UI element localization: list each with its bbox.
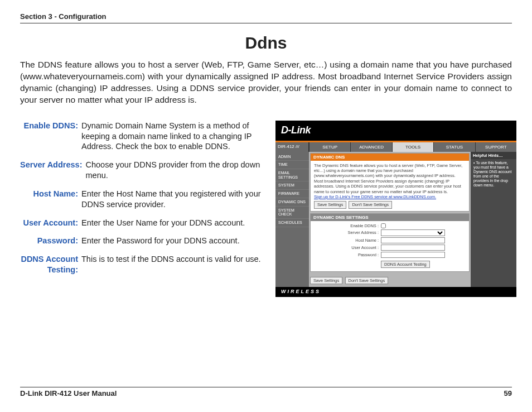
def-label: DDNS Account Testing: [20, 254, 81, 275]
def-text: Enter the Host Name that you registered … [81, 189, 265, 210]
panel-ddns-title: DYNAMIC DNS [311, 154, 469, 161]
test-button[interactable]: DDNS Account Testing [381, 261, 430, 268]
side-email[interactable]: EMAIL SETTINGS [275, 169, 309, 181]
def-text: Dynamic Domain Name System is a method o… [81, 121, 265, 152]
row-user-account: User Account : [314, 245, 466, 251]
hints-title: Helpful Hints… [471, 152, 516, 159]
definitions-column: Enable DDNS: Dynamic Domain Name System … [20, 121, 265, 298]
dlink-logo: D-Link [281, 124, 311, 136]
tab-status[interactable]: STATUS [433, 142, 475, 152]
tab-tools[interactable]: TOOLS [392, 142, 433, 152]
def-text: This is to test if the DDNS account is v… [81, 254, 265, 275]
signup-link[interactable]: Sign up for D-Link's Free DDNS service a… [314, 194, 466, 199]
tab-setup[interactable]: SETUP [309, 142, 350, 152]
save-button[interactable]: Save Settings [314, 201, 346, 208]
host-name-input[interactable] [381, 237, 445, 243]
tab-row: DIR-412 /// SETUP ADVANCED TOOLS STATUS … [275, 142, 516, 152]
def-ddns-testing: DDNS Account Testing: This is to test if… [20, 254, 265, 275]
router-footer: WIRELESS [275, 287, 516, 297]
def-server-address: Server Address: Choose your DDNS provide… [20, 160, 265, 181]
footer-page: 59 [504, 389, 512, 397]
tab-support[interactable]: SUPPORT [475, 142, 516, 152]
save-button-bottom[interactable]: Save Settings [310, 277, 342, 284]
def-label: Server Address: [20, 160, 86, 181]
def-user-account: User Account: Enter the User Name for yo… [20, 218, 265, 228]
hints-text: • To use this feature, you must first ha… [471, 159, 516, 190]
side-menu: ADMIN TIME EMAIL SETTINGS SYSTEM FIRMWAR… [275, 152, 309, 288]
label-enable-ddns: Enable DDNS : [314, 223, 381, 228]
footer-manual: D-Link DIR-412 User Manual [20, 389, 117, 397]
side-syscheck[interactable]: SYSTEM CHECK [275, 207, 309, 219]
panel-ddns-info: DYNAMIC DNS The Dynamic DNS feature allo… [310, 153, 470, 212]
panel-ddns-settings: DYNAMIC DNS SETTINGS Enable DDNS : Serve… [310, 213, 470, 272]
row-host-name: Host Name : [314, 237, 466, 243]
hints-panel: Helpful Hints… • To use this feature, yo… [471, 152, 516, 288]
user-account-input[interactable] [381, 245, 445, 251]
panel-ddns-text: The Dynamic DNS feature allows you to ho… [314, 163, 466, 194]
label-server-address: Server Address : [314, 230, 381, 235]
label-user-account: User Account : [314, 245, 381, 250]
enable-ddns-checkbox[interactable] [381, 223, 386, 228]
model-cell: DIR-412 /// [275, 142, 309, 152]
def-host-name: Host Name: Enter the Host Name that you … [20, 189, 265, 210]
router-header: D-Link [275, 121, 516, 141]
tab-advanced[interactable]: ADVANCED [350, 142, 391, 152]
panel-settings-title: DYNAMIC DNS SETTINGS [311, 214, 469, 221]
footer-buttons: Save Settings Don't Save Settings [310, 274, 470, 286]
def-label: User Account: [20, 218, 81, 228]
row-server-address: Server Address : [314, 229, 466, 236]
label-host-name: Host Name : [314, 238, 381, 243]
side-time[interactable]: TIME [275, 161, 309, 169]
def-label: Password: [20, 236, 81, 246]
side-admin[interactable]: ADMIN [275, 153, 309, 161]
nosave-button[interactable]: Don't Save Settings [349, 201, 392, 208]
nosave-button-bottom[interactable]: Don't Save Settings [345, 277, 389, 284]
def-password: Password: Enter the Password for your DD… [20, 236, 265, 246]
page-title: Ddns [20, 33, 512, 52]
section-header: Section 3 - Configuration [20, 12, 512, 21]
password-input[interactable] [381, 252, 445, 258]
side-system[interactable]: SYSTEM [275, 181, 309, 190]
router-ui-screenshot: D-Link DIR-412 /// SETUP ADVANCED TOOLS … [275, 121, 516, 298]
def-text: Choose your DDNS provider from the drop … [86, 160, 266, 181]
def-text: Enter the User Name for your DDNS accoun… [81, 218, 265, 228]
model-label: DIR-412 [278, 144, 294, 149]
server-address-select[interactable] [381, 229, 445, 236]
header-rule [20, 22, 512, 23]
row-enable-ddns: Enable DDNS : [314, 223, 466, 228]
main-area: DYNAMIC DNS The Dynamic DNS feature allo… [309, 152, 471, 288]
intro-paragraph: The DDNS feature allows you to host a se… [20, 59, 512, 106]
side-firmware[interactable]: FIRMWARE [275, 190, 309, 198]
label-password: Password : [314, 252, 381, 257]
side-ddns[interactable]: DYNAMIC DNS [275, 198, 309, 207]
row-test: DDNS Account Testing [314, 259, 466, 268]
def-text: Enter the Password for your DDNS account… [81, 236, 265, 246]
row-password: Password : [314, 252, 466, 258]
def-label: Enable DDNS: [20, 121, 81, 152]
def-enable-ddns: Enable DDNS: Dynamic Domain Name System … [20, 121, 265, 152]
def-label: Host Name: [20, 189, 81, 210]
side-schedules[interactable]: SCHEDULES [275, 219, 309, 227]
page-footer: D-Link DIR-412 User Manual 59 [20, 387, 512, 397]
